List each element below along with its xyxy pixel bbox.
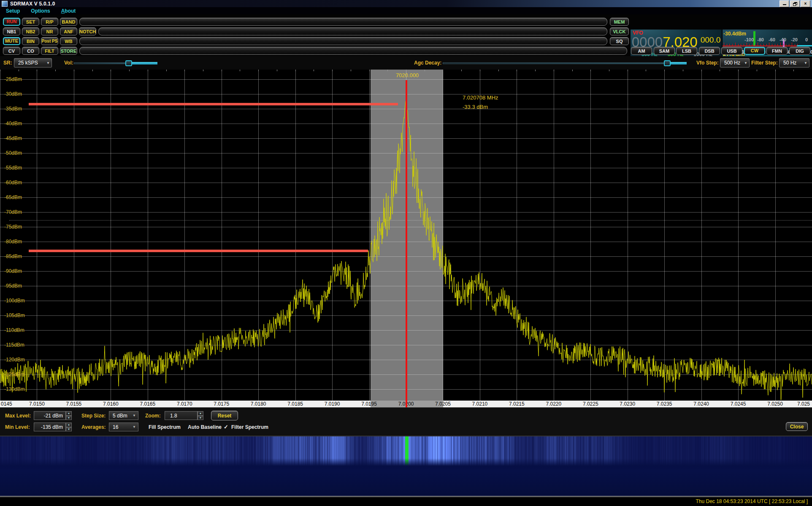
menu-setup[interactable]: Setup [6, 8, 20, 14]
mode-dsb-button[interactable]: DSB [699, 47, 720, 55]
agc-decay-slider-handle[interactable] [664, 60, 671, 66]
auto-baseline-toggle[interactable]: Auto Baseline [188, 424, 222, 430]
mode-usb-button[interactable]: USB [721, 47, 742, 55]
nb1-button[interactable]: NB1 [3, 27, 20, 35]
bin-button[interactable]: BIN [22, 37, 39, 45]
minimize-button[interactable] [780, 0, 789, 7]
mode-fmn-button[interactable]: FMN [766, 47, 788, 55]
spin-down-icon[interactable]: ▼ [66, 427, 72, 432]
meter-dbm-reading: -30.4dBm [723, 31, 746, 37]
spectrum-display[interactable]: 7020.000 7.020708 MHz -33.3 dBm -25dBm-3… [0, 70, 812, 401]
wb-button[interactable]: WB [60, 37, 77, 45]
meter-tick [729, 44, 730, 46]
step-size-select[interactable]: 5 dBm▼ [109, 411, 138, 420]
meter-tick [758, 43, 758, 46]
min-level-spinner[interactable]: ▲▼ [66, 423, 72, 431]
meter-tick [744, 44, 744, 46]
vlck-button[interactable]: VLCK [610, 27, 629, 35]
mem-button[interactable]: MEM [610, 18, 629, 26]
frequency-axis-label: 7.0245 [731, 401, 746, 407]
dbm-axis-label: -85dBm [4, 253, 22, 259]
frequency-axis-label: 7.0160 [103, 401, 119, 407]
frequency-axis-label: 7.0250 [767, 401, 783, 407]
max-level-field[interactable]: -21 dBm [34, 411, 66, 420]
rp-button[interactable]: R/P [41, 18, 58, 26]
dbm-axis-label: -60dBm [4, 180, 22, 186]
agc-decay-slider[interactable] [443, 60, 687, 66]
close-button[interactable]: Close [786, 422, 808, 431]
mode-cw-button[interactable]: CW [744, 47, 765, 55]
meter-tick [786, 44, 786, 46]
frequency-axis-label: 7.0230 [620, 401, 635, 407]
meter-scale-number: -80 [757, 37, 764, 42]
filt-button[interactable]: FILT [41, 47, 58, 55]
dbm-axis-label: -80dBm [4, 239, 22, 245]
menu-about[interactable]: About [61, 8, 76, 14]
notch-button[interactable]: NOTCH [79, 27, 96, 35]
mode-dig-button[interactable]: DIG [789, 47, 810, 55]
set-button[interactable]: SET [22, 18, 39, 26]
meter-scale-number: 0 [805, 37, 808, 42]
frequency-axis-label: 7.0170 [177, 401, 192, 407]
min-level-field[interactable]: -135 dBm [34, 423, 66, 431]
frequency-axis-label: 7.0185 [287, 401, 303, 407]
level-bar-agc [29, 250, 368, 252]
restore-button[interactable] [790, 0, 800, 7]
meter-tick [763, 44, 764, 46]
tune-cursor-line[interactable] [406, 80, 407, 401]
meter-tick [724, 43, 724, 46]
spin-down-icon[interactable]: ▼ [198, 416, 203, 420]
nb2-button[interactable]: NB2 [22, 27, 39, 35]
averages-select[interactable]: 16▼ [109, 423, 138, 431]
co-button[interactable]: CO [22, 47, 39, 55]
averages-label: Averages: [81, 424, 106, 430]
cv-button[interactable]: CV [3, 47, 20, 55]
nr-button[interactable]: NR [41, 27, 58, 35]
spin-up-icon[interactable]: ▲ [66, 411, 72, 416]
meter-tick [761, 44, 761, 46]
sdrmax-window: SDRMAX V 5.0.1.0 × Setup Options About R… [0, 0, 812, 506]
vfo-step-select[interactable]: 500 Hz▼ [720, 58, 750, 67]
mode-am-button[interactable]: AM [631, 47, 652, 55]
frequency-axis-label: 7.0165 [140, 401, 155, 407]
vfo-step-label: Vfo Step: [696, 60, 719, 66]
sq-button[interactable]: SQ [610, 37, 629, 45]
volume-slider-handle[interactable] [125, 60, 132, 66]
max-level-spinner[interactable]: ▲▼ [66, 411, 72, 420]
mute-button[interactable]: MUTE [3, 37, 20, 45]
close-window-button[interactable]: × [801, 0, 810, 7]
band-button[interactable]: BAND [60, 18, 77, 26]
zoom-field[interactable]: 1.8 [165, 411, 198, 420]
meter-scale-number: -60 [769, 37, 775, 42]
spin-down-icon[interactable]: ▼ [66, 416, 72, 420]
meter-tick [727, 44, 727, 46]
meter-tick [777, 44, 778, 46]
dbm-axis-label: -50dBm [4, 150, 22, 156]
meter-tick [752, 44, 752, 46]
sample-rate-select[interactable]: 25 kSPS▼ [14, 58, 52, 67]
reset-button[interactable]: Reset [211, 411, 238, 420]
frequency-axis-label: 7.0215 [509, 401, 525, 407]
run-button[interactable]: RUN [3, 18, 20, 26]
chevron-down-icon: ▼ [133, 425, 136, 429]
menu-options[interactable]: Options [31, 8, 50, 14]
mode-lsb-button[interactable]: LSB [676, 47, 697, 55]
vfo-digits-fraction: 000.0 [701, 36, 721, 44]
spin-up-icon[interactable]: ▲ [198, 411, 203, 416]
mode-sam-button[interactable]: SAM [654, 47, 675, 55]
store-button[interactable]: STORE [60, 47, 77, 55]
dbm-axis-label: -105dBm [4, 312, 25, 318]
filter-step-select[interactable]: 50 Hz▼ [779, 58, 809, 67]
anf-button[interactable]: ANF [60, 27, 77, 35]
filter-spectrum-toggle[interactable]: Filter Spectrum [231, 424, 268, 430]
zoom-spinner[interactable]: ▲▼ [198, 411, 203, 420]
meter-tick [766, 44, 767, 46]
meter-tick [789, 44, 789, 46]
volume-slider[interactable] [74, 60, 157, 66]
waterfall-display[interactable] [0, 436, 812, 496]
meter-scale-number: -20 [791, 37, 798, 42]
fill-spectrum-toggle[interactable]: Fill Spectrum [149, 424, 181, 430]
spin-up-icon[interactable]: ▲ [66, 423, 72, 427]
postps-button[interactable]: Post PS [41, 37, 58, 45]
meter-tick [775, 44, 775, 46]
